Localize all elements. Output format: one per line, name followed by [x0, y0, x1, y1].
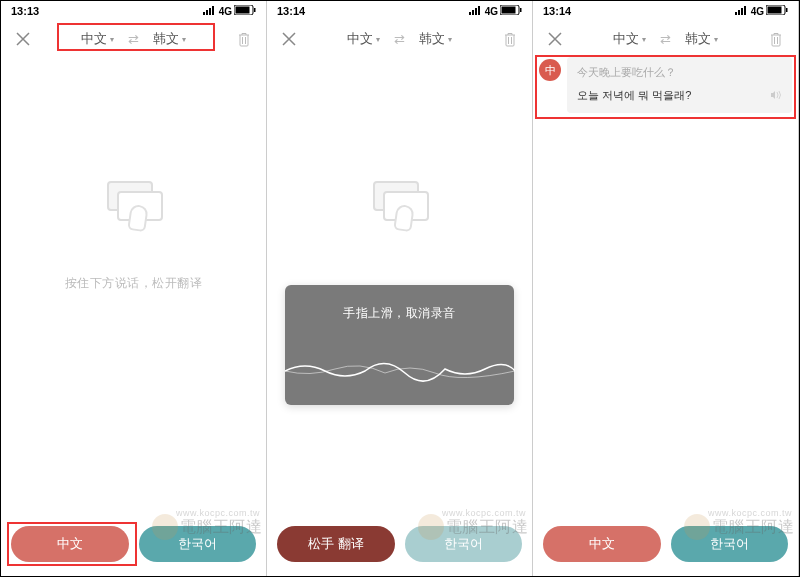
svg-rect-1	[206, 10, 208, 15]
watermark: 電腦王阿達 www.kocpc.com.tw	[684, 514, 795, 540]
screen-2: 13:14 4G 中文 ▾ ⇄ 韩文 ▾	[267, 1, 533, 576]
svg-rect-10	[478, 6, 480, 15]
status-right: 4G	[735, 5, 788, 17]
tap-illustration	[99, 177, 169, 247]
svg-rect-3	[212, 6, 214, 15]
target-language-label: 韩文	[419, 30, 445, 48]
source-text: 今天晚上要吃什么？	[577, 65, 782, 80]
screen-3: 13:14 4G 中文 ▾ ⇄ 韩文 ▾	[533, 1, 799, 576]
chevron-down-icon: ▾	[376, 35, 380, 44]
signal-icon	[203, 5, 217, 17]
svg-rect-19	[768, 7, 782, 14]
battery-icon	[234, 5, 256, 17]
status-bar: 13:14 4G	[533, 1, 798, 21]
swap-icon[interactable]: ⇄	[390, 32, 409, 47]
close-button[interactable]	[543, 27, 567, 51]
network-label: 4G	[751, 6, 764, 17]
chevron-down-icon: ▾	[642, 35, 646, 44]
svg-rect-7	[469, 12, 471, 15]
trash-button[interactable]	[232, 27, 256, 51]
svg-rect-9	[475, 8, 477, 15]
source-language-select[interactable]: 中文 ▾	[343, 28, 384, 50]
status-bar: 13:14 4G	[267, 1, 532, 21]
signal-icon	[735, 5, 749, 17]
watermark-sub: www.kocpc.com.tw	[442, 508, 526, 518]
watermark-text: 電腦王阿達	[446, 517, 529, 538]
speaker-icon[interactable]	[770, 90, 782, 102]
speak-source-button[interactable]: 中文	[543, 526, 661, 562]
source-language-select[interactable]: 中文 ▾	[609, 28, 650, 50]
chevron-down-icon: ▾	[110, 35, 114, 44]
chevron-down-icon: ▾	[448, 35, 452, 44]
watermark-text: 電腦王阿達	[180, 517, 263, 538]
language-bar: 中文 ▾ ⇄ 韩文 ▾	[571, 28, 760, 50]
svg-rect-2	[209, 8, 211, 15]
tap-illustration	[365, 177, 435, 247]
status-bar: 13:13 4G	[1, 1, 266, 21]
svg-rect-13	[520, 8, 522, 12]
network-label: 4G	[219, 6, 232, 17]
translation-bubble[interactable]: 今天晚上要吃什么？ 오늘 저녁에 뭐 먹을래?	[567, 57, 792, 113]
svg-rect-12	[502, 7, 516, 14]
network-label: 4G	[485, 6, 498, 17]
toolbar: 中文 ▾ ⇄ 韩文 ▾	[533, 21, 798, 57]
svg-rect-5	[236, 7, 250, 14]
svg-rect-20	[786, 8, 788, 12]
trash-button[interactable]	[498, 27, 522, 51]
chevron-down-icon: ▾	[182, 35, 186, 44]
toolbar: 中文 ▾ ⇄ 韩文 ▾	[267, 21, 532, 57]
main-area: 按住下方说话，松开翻译	[1, 57, 266, 576]
battery-icon	[766, 5, 788, 17]
svg-rect-6	[254, 8, 256, 12]
target-language-select[interactable]: 韩文 ▾	[415, 28, 456, 50]
main-area	[533, 57, 798, 576]
source-language-select[interactable]: 中文 ▾	[77, 28, 118, 50]
watermark: 電腦王阿達 www.kocpc.com.tw	[152, 514, 263, 540]
release-translate-button[interactable]: 松手 翻译	[277, 526, 395, 562]
source-language-badge: 中	[539, 59, 561, 81]
main-area: 手指上滑，取消录音	[267, 57, 532, 576]
status-right: 4G	[469, 5, 522, 17]
signal-icon	[469, 5, 483, 17]
battery-icon	[500, 5, 522, 17]
release-translate-label: 松手 翻译	[308, 535, 364, 553]
status-time: 13:14	[543, 5, 571, 17]
chevron-down-icon: ▾	[714, 35, 718, 44]
recording-panel: 手指上滑，取消录音	[285, 285, 514, 405]
speak-source-button[interactable]: 中文	[11, 526, 129, 562]
language-bar: 中文 ▾ ⇄ 韩文 ▾	[305, 28, 494, 50]
source-language-label: 中文	[613, 30, 639, 48]
watermark-text: 電腦王阿達	[712, 517, 795, 538]
target-language-select[interactable]: 韩文 ▾	[149, 28, 190, 50]
svg-rect-16	[741, 8, 743, 15]
source-language-label: 中文	[347, 30, 373, 48]
speak-source-label: 中文	[57, 535, 83, 553]
svg-rect-0	[203, 12, 205, 15]
source-language-badge-label: 中	[545, 63, 556, 78]
status-time: 13:14	[277, 5, 305, 17]
status-time: 13:13	[11, 5, 39, 17]
watermark-sub: www.kocpc.com.tw	[708, 508, 792, 518]
watermark: 電腦王阿達 www.kocpc.com.tw	[418, 514, 529, 540]
target-language-select[interactable]: 韩文 ▾	[681, 28, 722, 50]
translation-result: 中 今天晚上要吃什么？ 오늘 저녁에 뭐 먹을래?	[539, 57, 792, 113]
swap-icon[interactable]: ⇄	[656, 32, 675, 47]
target-language-label: 韩文	[685, 30, 711, 48]
watermark-sub: www.kocpc.com.tw	[176, 508, 260, 518]
toolbar: 中文 ▾ ⇄ 韩文 ▾	[1, 21, 266, 57]
source-language-label: 中文	[81, 30, 107, 48]
close-button[interactable]	[277, 27, 301, 51]
status-right: 4G	[203, 5, 256, 17]
svg-rect-15	[738, 10, 740, 15]
screen-1: 13:13 4G 中文 ▾ ⇄ 韩文 ▾	[1, 1, 267, 576]
close-button[interactable]	[11, 27, 35, 51]
waveform-icon	[285, 359, 515, 383]
trash-button[interactable]	[764, 27, 788, 51]
svg-rect-14	[735, 12, 737, 15]
svg-rect-17	[744, 6, 746, 15]
translation-text: 오늘 저녁에 뭐 먹을래?	[577, 88, 691, 103]
svg-rect-8	[472, 10, 474, 15]
language-bar: 中文 ▾ ⇄ 韩文 ▾	[39, 28, 228, 50]
slide-up-cancel-hint: 手指上滑，取消录音	[343, 305, 456, 322]
swap-icon[interactable]: ⇄	[124, 32, 143, 47]
